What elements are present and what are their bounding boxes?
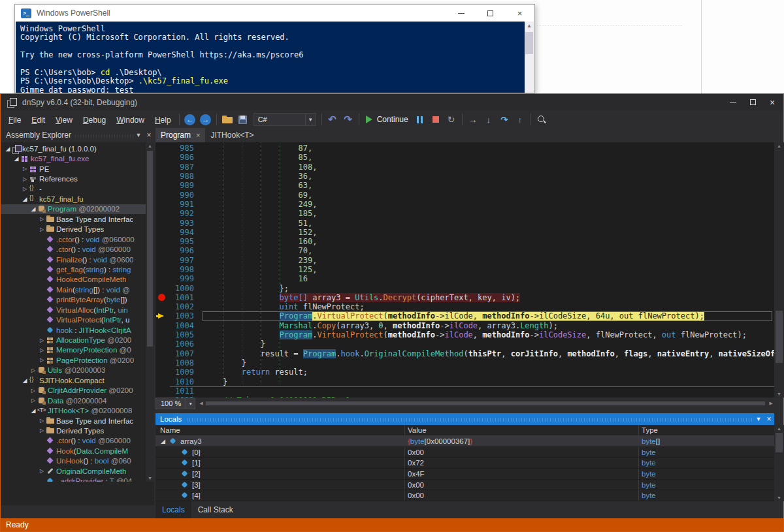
editor-line[interactable]: 1004 Marshal.Copy(array3, 0, methodInfo-… bbox=[155, 321, 774, 330]
panel-menu-button[interactable]: ▼ bbox=[133, 132, 144, 138]
editor-line[interactable]: 990 69, bbox=[155, 190, 774, 199]
tree-item[interactable]: ▷Base Type and Interfac bbox=[1, 214, 146, 224]
dnspy-titlebar[interactable]: dnSpy v6.0.4 (32-bit, Debugging) × bbox=[1, 94, 783, 110]
step-out-button[interactable]: ↑ bbox=[512, 112, 528, 127]
tree-item[interactable]: ◢kc57_final_fu.exe bbox=[1, 153, 146, 163]
tab-jithook[interactable]: JITHook<T> bbox=[205, 128, 259, 142]
undo-button[interactable]: ↶ bbox=[325, 112, 340, 127]
editor-vertical-scrollbar[interactable]: ▲ ▼ bbox=[774, 142, 784, 398]
editor-zoom-control[interactable]: 100 % ▼ bbox=[155, 398, 195, 409]
editor-line[interactable]: 992 185, bbox=[155, 209, 774, 218]
editor-line[interactable]: 999 16 bbox=[155, 274, 774, 283]
tree-item[interactable]: Finalize() : void @0600 bbox=[1, 255, 146, 264]
editor-line[interactable]: 993 51, bbox=[155, 218, 774, 227]
column-header-value[interactable]: Value bbox=[408, 426, 427, 434]
tree-item[interactable]: printByteArray(byte[]) bbox=[1, 295, 146, 305]
editor-line[interactable]: 989 63, bbox=[155, 181, 774, 190]
restart-button[interactable]: ↻ bbox=[444, 112, 459, 127]
expander-expanded-icon[interactable]: ◢ bbox=[21, 196, 29, 202]
tree-item[interactable]: Hook(Data.CompileM bbox=[1, 446, 146, 456]
tree-vertical-scrollbar[interactable]: ▲ ▼ bbox=[146, 142, 154, 482]
expander-collapsed-icon[interactable]: ▷ bbox=[29, 368, 37, 373]
editor-line[interactable]: 985 87, bbox=[155, 144, 774, 153]
expander-collapsed-icon[interactable]: ▷ bbox=[38, 468, 46, 474]
scrollbar-thumb[interactable] bbox=[147, 151, 153, 347]
save-all-button[interactable] bbox=[235, 112, 251, 127]
expander-expanded-icon[interactable]: ◢ bbox=[29, 407, 37, 414]
menu-help[interactable]: Help bbox=[150, 113, 176, 127]
editor-line[interactable]: 1002 uint flNewProtect; bbox=[155, 302, 774, 311]
expander-collapsed-icon[interactable]: ▷ bbox=[38, 216, 46, 222]
tree-item[interactable]: ▷Data @02000004 bbox=[1, 396, 146, 405]
tree-item[interactable]: UnHook() : bool @060 bbox=[1, 456, 146, 466]
editor-line[interactable]: 988 36, bbox=[155, 172, 774, 181]
language-select[interactable]: C# ▼ bbox=[253, 113, 316, 126]
show-next-statement-button[interactable]: → bbox=[465, 112, 481, 127]
tree-item[interactable]: ▷Derived Types bbox=[1, 426, 146, 435]
editor-line[interactable]: 987 108, bbox=[155, 163, 774, 172]
tree-item[interactable]: ▷References bbox=[1, 174, 146, 183]
tree-item[interactable]: ▷- bbox=[1, 184, 146, 194]
tree-item[interactable]: ◢Program @02000002 bbox=[1, 204, 146, 214]
editor-line[interactable]: 1008 } bbox=[155, 358, 774, 368]
locals-row[interactable]: [0]0x00byte bbox=[155, 447, 774, 458]
editor-line[interactable]: 994 152, bbox=[155, 228, 774, 237]
editor-line[interactable]: 1009 return result; bbox=[155, 368, 774, 377]
locals-row[interactable]: [3]0x00byte bbox=[155, 480, 774, 491]
step-over-button[interactable]: ↷ bbox=[497, 112, 512, 127]
tree-item[interactable]: _addrProvider : T @04 bbox=[1, 476, 146, 482]
tree-item[interactable]: ▷AllocationType @0200 bbox=[1, 335, 146, 345]
breakpoint-icon[interactable] bbox=[158, 294, 165, 301]
code-editor[interactable]: 985 87,986 85,987 108,988 36,989 63,990 … bbox=[155, 142, 774, 398]
tree-item[interactable]: ▷Utils @02000003 bbox=[1, 366, 146, 375]
menu-view[interactable]: View bbox=[50, 113, 78, 127]
menu-file[interactable]: File bbox=[3, 113, 26, 127]
tab-call-stack[interactable]: Call Stack bbox=[191, 501, 240, 518]
expander-collapsed-icon[interactable]: ▷ bbox=[38, 428, 46, 433]
panel-menu-button[interactable]: ▼ bbox=[753, 416, 764, 422]
expander-collapsed-icon[interactable]: ▷ bbox=[38, 337, 46, 343]
locals-row[interactable]: [1]0x72byte bbox=[155, 458, 774, 469]
tree-item[interactable]: HookedCompileMeth bbox=[1, 275, 146, 285]
tree-item[interactable]: .cctor() : void @060000 bbox=[1, 234, 146, 244]
expander-expanded-icon[interactable]: ◢ bbox=[29, 206, 37, 212]
tree-item[interactable]: ◢kc57_final_fu bbox=[1, 194, 146, 204]
tree-item[interactable]: ▷PageProtection @0200 bbox=[1, 355, 146, 365]
back-button[interactable]: ← bbox=[182, 112, 198, 127]
expander-collapsed-icon[interactable]: ▷ bbox=[38, 227, 46, 232]
menu-edit[interactable]: Edit bbox=[26, 113, 50, 127]
expander-expanded-icon[interactable]: ◢ bbox=[4, 146, 12, 152]
tree-item[interactable]: ◢JITHook<T> @02000008 bbox=[1, 405, 146, 415]
expander-expanded-icon[interactable]: ◢ bbox=[21, 377, 29, 384]
editor-line[interactable]: 1006 } bbox=[155, 339, 774, 349]
scrollbar-thumb[interactable] bbox=[776, 311, 783, 363]
editor-line[interactable]: 1001 byte[] array3 = Utils.Decrypt(ciphe… bbox=[155, 293, 774, 302]
expander-collapsed-icon[interactable]: ▷ bbox=[21, 166, 29, 172]
powershell-maximize-button[interactable] bbox=[476, 5, 505, 22]
scrollbar-thumb[interactable] bbox=[206, 401, 765, 405]
editor-horizontal-scrollbar[interactable]: ◀ ▶ bbox=[198, 399, 774, 408]
open-button[interactable] bbox=[220, 112, 235, 127]
tree-item[interactable]: VirtualAlloc(IntPtr, uin bbox=[1, 305, 146, 315]
tree-item[interactable]: ◢kc57_final_fu (1.0.0.0) bbox=[1, 144, 146, 153]
dnspy-minimize-button[interactable] bbox=[723, 94, 743, 110]
powershell-scrollbar[interactable]: ▲ bbox=[525, 22, 534, 93]
panel-close-button[interactable]: × bbox=[764, 415, 774, 424]
tree-item[interactable]: hook : JITHook<ClrjitA bbox=[1, 325, 146, 335]
tree-item[interactable]: ◢SJITHook.Compact bbox=[1, 375, 146, 385]
expander-collapsed-icon[interactable]: ▷ bbox=[29, 398, 37, 403]
tree-item[interactable]: ▷Base Type and Interfac bbox=[1, 416, 146, 426]
locals-row[interactable]: [4]0x00byte bbox=[155, 490, 774, 501]
expander-collapsed-icon[interactable]: ▷ bbox=[38, 418, 46, 424]
editor-line[interactable]: 991 249, bbox=[155, 200, 774, 209]
tree-item[interactable]: ▷Derived Types bbox=[1, 225, 146, 234]
editor-line[interactable]: 998 125, bbox=[155, 265, 774, 274]
expander-expanded-icon[interactable]: ◢ bbox=[161, 438, 165, 445]
menu-window[interactable]: Window bbox=[111, 113, 150, 127]
locals-row[interactable]: ◢array3{byte[0x00000367]}byte[] bbox=[155, 436, 774, 447]
expander-collapsed-icon[interactable]: ▷ bbox=[21, 176, 29, 182]
editor-line[interactable]: 1003 Program.VirtualProtect(methodInfo->… bbox=[155, 311, 774, 321]
scrollbar-thumb[interactable] bbox=[776, 433, 783, 452]
step-into-button[interactable]: ↓ bbox=[481, 112, 497, 127]
expander-collapsed-icon[interactable]: ▷ bbox=[38, 357, 46, 363]
